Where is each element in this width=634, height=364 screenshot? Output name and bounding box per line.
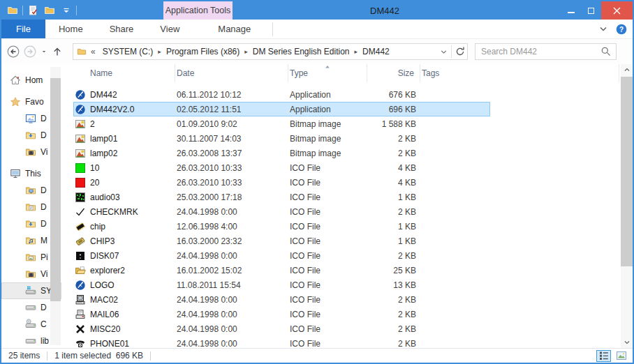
close-button[interactable] [601,1,633,20]
drive-cd-icon [25,319,36,330]
maximize-button[interactable] [581,1,601,20]
ribbon-right-tools: ? [598,20,627,39]
search-icon[interactable] [600,46,612,57]
file-row[interactable]: DM442V2.002.05.2012 11:51Application696 … [73,102,490,116]
file-size: 13 KB [369,280,422,290]
properties-icon[interactable] [26,3,40,17]
file-row[interactable]: DISK0724.04.1998 0:00ICO File2 KB [73,248,490,263]
file-row[interactable]: DM44206.11.2012 10:12Application676 KB [73,87,490,102]
sidebar-item-label: Pi [40,252,48,262]
scroll-down-icon[interactable] [621,337,633,348]
file-row[interactable]: CHIP316.03.2000 23:32ICO File1 KB [73,234,490,248]
refresh-icon[interactable] [455,46,466,57]
file-date: 06.11.2012 10:12 [177,90,290,100]
collapse-ribbon-icon[interactable] [598,24,609,35]
file-date: 30.11.2007 14:03 [177,134,290,144]
minimize-button[interactable] [561,1,581,20]
sidebar-scrollbar-thumb[interactable] [50,78,61,301]
window-folder-icon[interactable] [6,3,20,17]
address-bar-tools [439,45,466,58]
sidebar-item-label: C [40,319,47,329]
file-type: ICO File [290,339,369,349]
breadcrumb-segment[interactable]: SYSTEM (C:) [98,47,158,56]
ribbon-tab-share[interactable]: Share [96,20,147,38]
breadcrumb-segment[interactable]: Program Files (x86) [162,47,244,56]
file-date: 24.04.1998 0:00 [177,310,290,319]
file-date: 26.03.2010 10:33 [177,178,290,188]
window-controls [561,1,633,20]
this-pc-icon [10,168,21,179]
file-name: 20 [90,178,177,188]
back-icon[interactable] [7,45,20,58]
file-type: ICO File [290,192,369,202]
column-header-tags[interactable]: Tags [420,64,619,82]
file-row[interactable]: audio0325.03.2000 17:18ICO File1 KB [73,190,490,204]
file-date: 25.03.2000 17:18 [177,192,290,202]
column-header-date[interactable]: Date [175,64,288,82]
new-folder-icon[interactable] [43,3,57,17]
file-date: 24.04.1998 0:00 [177,324,290,334]
scroll-up-icon[interactable] [621,64,633,75]
file-row[interactable]: lamp0226.03.2008 13:37Bitmap image2 KB [73,146,490,160]
search-placeholder: Search DM442 [481,47,600,56]
list-scrollbar[interactable] [621,64,633,348]
file-row[interactable]: LOGO11.08.2011 15:54ICO File13 KB [73,278,490,292]
file-name: audio03 [90,192,177,202]
file-row[interactable]: 201.09.2010 9:02Bitmap image1 588 KB [73,116,490,131]
file-row[interactable]: MAC0224.04.1998 0:00ICO File2 KB [73,292,490,307]
file-row[interactable]: explorer216.01.2002 15:02ICO File25 KB [73,263,490,278]
search-input[interactable]: Search DM442 [475,43,617,60]
address-dropdown-icon[interactable] [439,47,448,56]
file-row[interactable]: CHECKMRK24.04.1998 0:00ICO File2 KB [73,204,490,219]
file-row[interactable]: 2026.03.2010 10:33ICO File4 KB [73,175,490,190]
file-date: 24.04.1998 0:00 [177,251,290,261]
sidebar-scrollbar[interactable] [50,67,61,345]
file-row[interactable]: MAIL0624.04.1998 0:00ICO File2 KB [73,307,490,321]
sidebar-item-label: M [40,236,47,245]
ribbon-tab-file[interactable]: File [1,20,45,38]
ribbon-tab-manage[interactable]: Manage [196,20,272,38]
application-icon [75,104,86,115]
file-date: 16.01.2002 15:02 [177,266,290,275]
file-name: DM442V2.0 [90,105,177,114]
list-scrollbar-thumb[interactable] [621,77,633,266]
contextual-tab-group[interactable]: Application Tools [163,1,233,20]
folder-doc-icon [25,202,36,213]
sidebar-item-label: D [40,130,47,140]
sidebar-item-label: Favo [25,97,44,107]
green-square-icon [75,162,86,174]
qat-separator [76,6,77,15]
file-size: 4 KB [369,178,422,188]
file-row[interactable]: MISC2024.04.1998 0:00ICO File2 KB [73,321,490,336]
drive-windows-icon [25,285,36,296]
qat-dropdown-icon[interactable] [59,3,73,17]
breadcrumb-segment[interactable]: DM Series English Edition [249,47,354,56]
close-icon [613,7,621,15]
thumbnails-view-button[interactable] [614,350,628,362]
file-row[interactable]: 1026.03.2010 10:33ICO File4 KB [73,160,490,175]
file-row[interactable]: lamp0130.11.2007 14:03Bitmap image2 KB [73,131,490,146]
file-date: 26.03.2008 13:37 [177,149,290,158]
help-icon[interactable]: ? [616,24,627,35]
recent-locations-icon[interactable] [40,47,47,56]
folder-pic-icon [25,252,36,263]
svg-text:?: ? [619,26,624,33]
file-type: ICO File [290,310,369,319]
sidebar-item-label: Hom [25,75,43,85]
details-view-button[interactable] [596,350,611,362]
ribbon-tab-home[interactable]: Home [45,20,96,38]
file-row[interactable]: chip12.06.1998 4:00ICO File1 KB [73,219,490,234]
address-bar[interactable]: «SYSTEM (C:)▸Program Files (x86)▸DM Seri… [73,43,468,60]
column-header-size[interactable]: Size [367,64,420,82]
file-type: ICO File [290,251,369,261]
breadcrumb-segment[interactable]: DM442 [358,47,394,56]
column-headers: Name Date Type Size Tags [73,64,619,82]
breadcrumb-overflow-icon[interactable]: « [87,47,98,56]
column-header-name[interactable]: Name [89,64,175,82]
drive-icon [25,335,36,347]
forward-icon[interactable] [24,45,36,58]
file-type: Bitmap image [290,134,369,144]
up-icon[interactable] [52,46,63,57]
column-header-type[interactable]: Type [288,64,367,82]
ribbon-tab-view[interactable]: View [147,20,193,38]
